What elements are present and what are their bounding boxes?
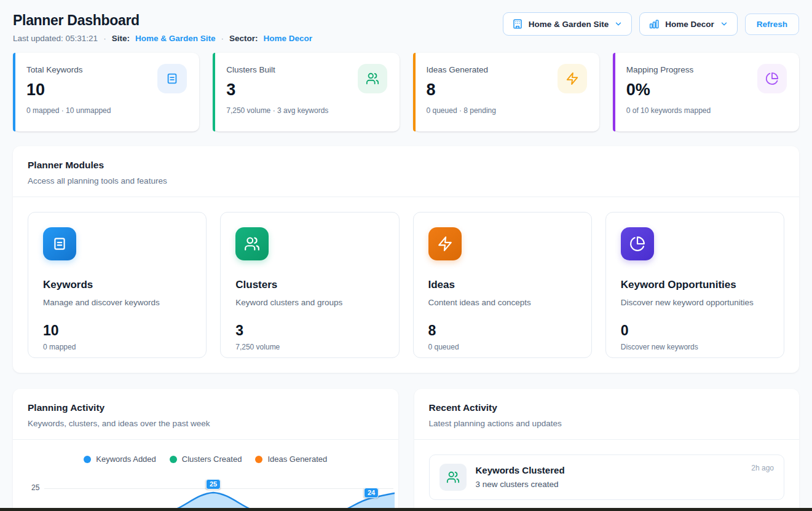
page-header-left: Planner Dashboard Last updated: 05:31:21… bbox=[13, 12, 312, 43]
recent-activity-header: Recent Activity Latest planning actions … bbox=[414, 389, 800, 440]
activity-item-keywords-clustered[interactable]: Keywords Clustered 2h ago 3 new clusters… bbox=[429, 454, 785, 500]
sector-selector-dropdown[interactable]: Home Decor bbox=[639, 12, 738, 36]
section-title: Planner Modules bbox=[28, 160, 784, 171]
sector-link[interactable]: Home Decor bbox=[263, 34, 312, 43]
module-subtext: 0 queued bbox=[428, 343, 577, 351]
modules-grid: Keywords Manage and discover keywords 10… bbox=[13, 197, 799, 373]
module-title: Clusters bbox=[235, 279, 384, 291]
module-title: Keywords bbox=[43, 279, 191, 291]
planning-activity-chart: 25 25 24 bbox=[13, 471, 398, 511]
legend-dot-blue bbox=[84, 456, 91, 463]
section-title: Planning Activity bbox=[28, 402, 384, 413]
activity-list: Keywords Clustered 2h ago 3 new clusters… bbox=[414, 440, 800, 511]
planning-activity-header: Planning Activity Keywords, clusters, an… bbox=[13, 389, 398, 440]
meta-separator: · bbox=[103, 34, 106, 43]
stat-card-ideas-generated: Ideas Generated 8 0 queued · 8 pending bbox=[413, 53, 599, 131]
section-subtitle: Keywords, clusters, and ideas over the p… bbox=[28, 419, 384, 428]
users-icon bbox=[358, 64, 387, 93]
module-subtext: 0 mapped bbox=[43, 343, 191, 351]
chevron-down-icon bbox=[720, 20, 728, 28]
planner-modules-header: Planner Modules Access all planning tool… bbox=[13, 146, 799, 197]
module-description: Content ideas and concepts bbox=[428, 298, 577, 307]
site-selector-dropdown[interactable]: Home & Garden Site bbox=[503, 12, 633, 36]
sector-selector-label: Home Decor bbox=[665, 20, 714, 29]
section-subtitle: Latest planning actions and updates bbox=[429, 419, 785, 428]
data-point-label: 25 bbox=[206, 479, 221, 490]
chevron-down-icon bbox=[614, 20, 623, 28]
stat-card-total-keywords: Total Keywords 10 0 mapped · 10 unmapped bbox=[13, 53, 199, 131]
bar-chart-icon bbox=[648, 18, 660, 29]
zap-icon bbox=[558, 64, 587, 93]
note-icon bbox=[43, 227, 76, 260]
activity-item-top: Keywords Clustered 2h ago bbox=[476, 464, 775, 475]
stat-subtext: 7,250 volume · 3 avg keywords bbox=[226, 106, 385, 115]
chart-legend: Keywords Added Clusters Created Ideas Ge… bbox=[13, 454, 398, 464]
bottom-edge-strip bbox=[0, 508, 812, 511]
legend-item-keywords-added: Keywords Added bbox=[84, 454, 156, 464]
users-icon bbox=[440, 464, 467, 491]
section-title: Recent Activity bbox=[429, 402, 785, 413]
pie-chart-icon bbox=[621, 227, 654, 260]
planning-activity-section: Planning Activity Keywords, clusters, an… bbox=[13, 389, 398, 511]
module-title: Ideas bbox=[428, 279, 577, 291]
module-description: Manage and discover keywords bbox=[43, 298, 191, 307]
section-subtitle: Access all planning tools and features bbox=[28, 176, 784, 185]
activity-item-body: Keywords Clustered 2h ago 3 new clusters… bbox=[476, 464, 775, 491]
legend-item-clusters-created: Clusters Created bbox=[170, 454, 242, 464]
planner-modules-section: Planner Modules Access all planning tool… bbox=[13, 146, 799, 373]
module-description: Keyword clusters and groups bbox=[235, 298, 384, 307]
keywords-added-area-series bbox=[44, 471, 395, 511]
last-updated-text: Last updated: 05:31:21 bbox=[13, 34, 98, 43]
activity-timestamp: 2h ago bbox=[751, 464, 774, 472]
module-subtext: Discover new keywords bbox=[621, 343, 769, 351]
sector-label: Sector: bbox=[229, 34, 258, 43]
stat-card-mapping-progress: Mapping Progress 0% 0 of 10 keywords map… bbox=[613, 53, 799, 131]
module-title: Keyword Opportunities bbox=[621, 279, 769, 291]
legend-dot-orange bbox=[255, 456, 262, 463]
stat-card-clusters-built: Clusters Built 3 7,250 volume · 3 avg ke… bbox=[213, 53, 399, 131]
page-title: Planner Dashboard bbox=[13, 12, 312, 29]
meta-separator: · bbox=[221, 34, 224, 43]
module-value: 3 bbox=[235, 322, 384, 339]
data-point-label: 24 bbox=[364, 488, 379, 498]
activity-description: 3 new clusters created bbox=[476, 480, 775, 489]
module-description: Discover new keyword opportunities bbox=[621, 298, 769, 307]
pie-chart-icon bbox=[757, 64, 787, 93]
stat-subtext: 0 mapped · 10 unmapped bbox=[26, 106, 186, 115]
bottom-row: Planning Activity Keywords, clusters, an… bbox=[13, 389, 799, 511]
module-card-ideas[interactable]: Ideas Content ideas and concepts 8 0 que… bbox=[413, 212, 592, 358]
legend-label: Ideas Generated bbox=[267, 454, 327, 464]
module-subtext: 7,250 volume bbox=[235, 343, 384, 351]
legend-item-ideas-generated: Ideas Generated bbox=[255, 454, 327, 464]
site-label: Site: bbox=[112, 34, 130, 43]
module-value: 0 bbox=[621, 322, 769, 339]
module-card-keywords[interactable]: Keywords Manage and discover keywords 10… bbox=[28, 212, 207, 358]
site-link[interactable]: Home & Garden Site bbox=[135, 34, 216, 43]
module-value: 8 bbox=[428, 322, 577, 339]
refresh-button[interactable]: Refresh bbox=[745, 14, 799, 35]
recent-activity-section: Recent Activity Latest planning actions … bbox=[414, 389, 800, 511]
module-card-keyword-opportunities[interactable]: Keyword Opportunities Discover new keywo… bbox=[605, 212, 784, 358]
header-meta: Last updated: 05:31:21 · Site: Home & Ga… bbox=[13, 34, 312, 43]
legend-dot-green bbox=[170, 456, 177, 463]
header-actions: Home & Garden Site Home Decor Refresh bbox=[503, 12, 799, 36]
stats-row: Total Keywords 10 0 mapped · 10 unmapped… bbox=[13, 53, 799, 131]
module-value: 10 bbox=[43, 322, 191, 339]
page-header: Planner Dashboard Last updated: 05:31:21… bbox=[13, 12, 799, 43]
legend-label: Keywords Added bbox=[96, 454, 156, 464]
y-axis-tick: 25 bbox=[31, 483, 39, 492]
users-icon bbox=[235, 227, 269, 260]
building-icon bbox=[512, 18, 523, 29]
legend-label: Clusters Created bbox=[182, 454, 242, 464]
note-icon bbox=[157, 64, 187, 93]
planner-dashboard-page: Planner Dashboard Last updated: 05:31:21… bbox=[0, 12, 812, 511]
site-selector-label: Home & Garden Site bbox=[529, 20, 609, 29]
module-card-clusters[interactable]: Clusters Keyword clusters and groups 3 7… bbox=[220, 212, 399, 358]
stat-subtext: 0 of 10 keywords mapped bbox=[626, 106, 786, 115]
activity-title: Keywords Clustered bbox=[476, 465, 565, 475]
zap-icon bbox=[428, 227, 462, 260]
stat-subtext: 0 queued · 8 pending bbox=[427, 106, 586, 115]
